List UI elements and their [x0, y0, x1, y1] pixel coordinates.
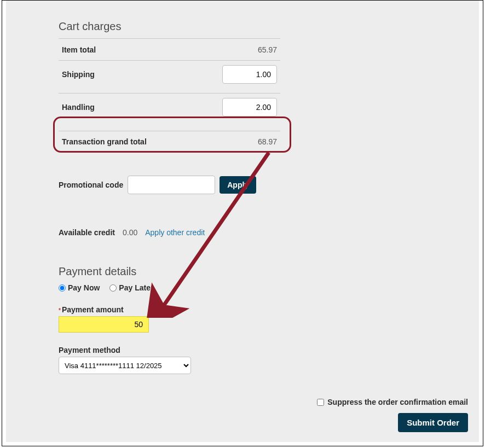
- required-icon: *: [59, 307, 61, 313]
- payment-details-heading: Payment details: [59, 265, 470, 278]
- grand-total-value: 68.97: [239, 137, 277, 146]
- pay-now-label: Pay Now: [68, 283, 100, 292]
- pay-later-radio[interactable]: [109, 284, 117, 292]
- promo-code-label: Promotional code: [59, 181, 123, 189]
- payment-timing-radios: Pay Now Pay Later: [59, 283, 470, 292]
- payment-amount-input[interactable]: [59, 316, 149, 333]
- pay-later-option[interactable]: Pay Later: [109, 283, 153, 292]
- promo-code-input[interactable]: [128, 176, 215, 194]
- suppress-email-label: Suppress the order confirmation email: [327, 398, 468, 406]
- cart-charges-heading: Cart charges: [59, 20, 470, 33]
- available-credit-label: Available credit: [59, 228, 115, 237]
- promo-code-row: Promotional code Apply: [59, 176, 470, 194]
- grand-total-row: Transaction grand total 68.97: [59, 131, 280, 153]
- apply-promo-button[interactable]: Apply: [220, 176, 256, 194]
- suppress-email-checkbox[interactable]: [317, 399, 324, 406]
- shipping-label: Shipping: [62, 70, 95, 79]
- payment-amount-label: *Payment amount: [59, 305, 470, 314]
- payment-method-label: Payment method: [59, 346, 470, 354]
- item-total-label: Item total: [62, 45, 96, 54]
- handling-label: Handling: [62, 103, 95, 112]
- payment-method-select[interactable]: Visa 4111********1111 12/2025: [59, 357, 191, 374]
- pay-now-radio[interactable]: [59, 284, 66, 292]
- item-total-value: 65.97: [239, 45, 277, 54]
- shipping-input[interactable]: [222, 65, 277, 84]
- available-credit-value: 0.00: [123, 228, 137, 237]
- grand-total-label: Transaction grand total: [62, 137, 147, 146]
- item-total-row: Item total 65.97: [59, 38, 280, 60]
- handling-input[interactable]: [222, 98, 277, 117]
- handling-row: Handling: [59, 94, 280, 121]
- pay-now-option[interactable]: Pay Now: [59, 283, 100, 292]
- submit-order-button[interactable]: Submit Order: [398, 413, 468, 432]
- available-credit-row: Available credit 0.00 Apply other credit: [59, 228, 470, 237]
- pay-later-label: Pay Later: [119, 283, 153, 292]
- cart-charges-table: Item total 65.97 Shipping Handling Trans…: [59, 38, 280, 153]
- apply-other-credit-link[interactable]: Apply other credit: [145, 228, 205, 237]
- shipping-row: Shipping: [59, 60, 280, 88]
